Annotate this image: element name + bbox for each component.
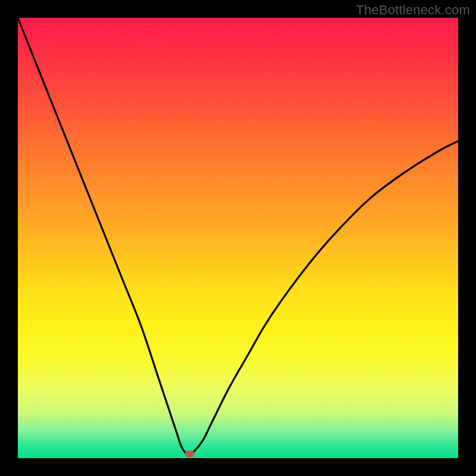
watermark-text: TheBottleneck.com bbox=[356, 2, 470, 18]
optimal-point-marker bbox=[185, 450, 195, 457]
chart-frame: TheBottleneck.com bbox=[0, 0, 476, 476]
plot-area bbox=[18, 18, 458, 458]
bottleneck-curve bbox=[18, 18, 458, 458]
